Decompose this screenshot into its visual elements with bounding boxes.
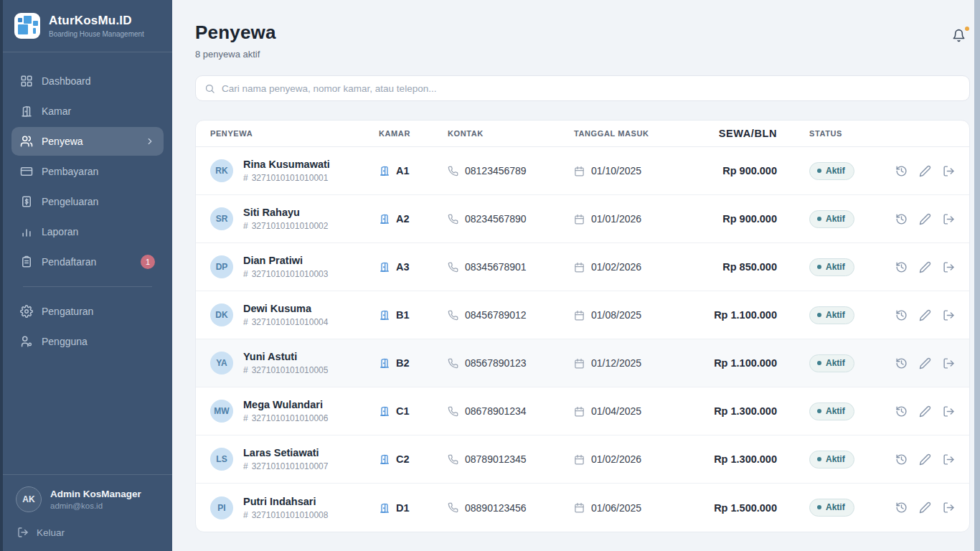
- users-icon: [20, 135, 33, 148]
- logout-label: Keluar: [37, 527, 65, 538]
- table-row[interactable]: SR Siti Rahayu #3271010101010002 A2 0823…: [196, 195, 969, 243]
- calendar-icon: [574, 358, 585, 369]
- checkout-icon[interactable]: [943, 165, 955, 177]
- user-profile[interactable]: AK Admin KosManager admin@kos.id: [16, 486, 159, 512]
- brand-tagline: Boarding House Management: [49, 30, 144, 38]
- notifications-button[interactable]: [952, 29, 966, 45]
- status-badge: Aktif: [809, 210, 854, 228]
- table-row[interactable]: LS Laras Setiawati #3271010101010007 C2 …: [196, 435, 969, 484]
- history-icon[interactable]: [895, 261, 908, 273]
- edit-icon[interactable]: [919, 309, 931, 321]
- edit-icon[interactable]: [919, 501, 931, 514]
- history-icon[interactable]: [895, 501, 908, 514]
- sidebar-item-pengaturan[interactable]: Pengaturan: [11, 297, 164, 326]
- sidebar-item-pembayaran[interactable]: Pembayaran: [11, 157, 164, 186]
- checkout-icon[interactable]: [943, 453, 955, 466]
- app-logo-icon: [14, 13, 40, 39]
- tenant-avatar: PI: [210, 496, 233, 519]
- history-icon[interactable]: [895, 165, 908, 177]
- status-dot-icon: [817, 457, 821, 461]
- bell-icon: [952, 29, 966, 42]
- tenant-id: #3271010101010004: [243, 317, 328, 327]
- phone-number: 08567890123: [465, 357, 527, 369]
- door-icon: [379, 261, 390, 273]
- sidebar-item-label: Pengguna: [42, 336, 88, 347]
- hash-icon: #: [243, 413, 248, 423]
- sidebar-item-pengguna[interactable]: Pengguna: [11, 327, 164, 356]
- tenant-name: Mega Wulandari: [243, 399, 328, 410]
- table-row[interactable]: RK Rina Kusumawati #3271010101010001 A1 …: [196, 147, 969, 195]
- checkout-icon[interactable]: [943, 309, 955, 321]
- calendar-icon: [574, 454, 585, 465]
- history-icon[interactable]: [895, 213, 908, 225]
- edit-icon[interactable]: [919, 405, 931, 418]
- room-number: D1: [396, 502, 410, 514]
- vertical-scrollbar[interactable]: [974, 0, 980, 551]
- app-window: AturKosMu.ID Boarding House Management D…: [0, 0, 980, 551]
- status-dot-icon: [817, 265, 821, 269]
- avatar: AK: [16, 486, 42, 512]
- tenant-id: #3271010101010005: [243, 365, 328, 375]
- sidebar-item-dashboard[interactable]: Dashboard: [11, 67, 164, 95]
- sidebar-item-laporan[interactable]: Laporan: [11, 217, 164, 246]
- checkout-icon[interactable]: [943, 501, 955, 514]
- edit-icon[interactable]: [919, 261, 931, 273]
- door-icon: [379, 453, 390, 465]
- phone-icon: [448, 502, 458, 513]
- status-dot-icon: [817, 361, 821, 365]
- hash-icon: #: [243, 269, 248, 279]
- rent-amount: Rp 1.500.000: [702, 502, 777, 514]
- search-input[interactable]: [222, 83, 961, 94]
- edit-icon[interactable]: [919, 453, 931, 466]
- chevron-right-icon: [145, 136, 155, 146]
- calendar-icon: [574, 214, 585, 225]
- search-bar[interactable]: [195, 75, 970, 101]
- edit-icon[interactable]: [919, 357, 931, 369]
- sidebar-item-pendaftaran[interactable]: Pendaftaran 1: [11, 248, 164, 276]
- status-dot-icon: [817, 313, 821, 317]
- table-row[interactable]: PI Putri Indahsari #3271010101010008 D1 …: [196, 484, 969, 532]
- bar-chart-icon: [20, 225, 33, 238]
- table-row[interactable]: MW Mega Wulandari #3271010101010006 C1 0…: [196, 387, 969, 435]
- sidebar-item-penyewa[interactable]: Penyewa: [11, 127, 164, 156]
- checkout-icon[interactable]: [943, 261, 955, 273]
- history-icon[interactable]: [895, 357, 908, 369]
- rent-amount: Rp 1.300.000: [702, 453, 777, 465]
- page-header: Penyewa 8 penyewa aktif: [195, 22, 970, 60]
- sidebar-item-kamar[interactable]: Kamar: [11, 97, 164, 126]
- hash-icon: #: [243, 173, 248, 183]
- logout-button[interactable]: Keluar: [16, 527, 159, 538]
- checkout-icon[interactable]: [943, 357, 955, 369]
- edit-icon[interactable]: [919, 165, 931, 177]
- tenant-id: #3271010101010003: [243, 269, 328, 279]
- tenant-id: #3271010101010008: [243, 510, 328, 520]
- edit-icon[interactable]: [919, 213, 931, 225]
- sidebar-item-label: Laporan: [42, 226, 78, 237]
- calendar-icon: [574, 502, 585, 513]
- table-row[interactable]: DP Dian Pratiwi #3271010101010003 A3 083…: [196, 243, 969, 291]
- expense-icon: [20, 195, 33, 208]
- status-dot-icon: [817, 505, 821, 509]
- sidebar-item-label: Pengaturan: [42, 306, 93, 317]
- calendar-icon: [574, 262, 585, 273]
- dashboard-icon: [20, 75, 33, 88]
- tenant-avatar: RK: [210, 159, 233, 182]
- history-icon[interactable]: [895, 453, 908, 466]
- history-icon[interactable]: [895, 309, 908, 321]
- tenant-avatar: YA: [210, 352, 233, 375]
- rent-amount: Rp 1.100.000: [702, 357, 777, 369]
- page-title: Penyewa: [195, 22, 276, 44]
- checkout-icon[interactable]: [943, 213, 955, 225]
- history-icon[interactable]: [895, 405, 908, 418]
- sidebar-item-pengeluaran[interactable]: Pengeluaran: [11, 187, 164, 216]
- user-gear-icon: [20, 335, 33, 348]
- table-row[interactable]: DK Dewi Kusuma #3271010101010004 B1 0845…: [196, 291, 969, 339]
- status-badge: Aktif: [809, 162, 854, 180]
- room-number: A3: [396, 261, 410, 273]
- checkout-icon[interactable]: [943, 405, 955, 418]
- tenant-avatar: MW: [210, 400, 233, 423]
- table-row[interactable]: YA Yuni Astuti #3271010101010005 B2 0856…: [196, 339, 969, 387]
- calendar-icon: [574, 166, 585, 176]
- entry-date: 01/06/2025: [591, 502, 641, 514]
- room-number: A2: [396, 213, 410, 225]
